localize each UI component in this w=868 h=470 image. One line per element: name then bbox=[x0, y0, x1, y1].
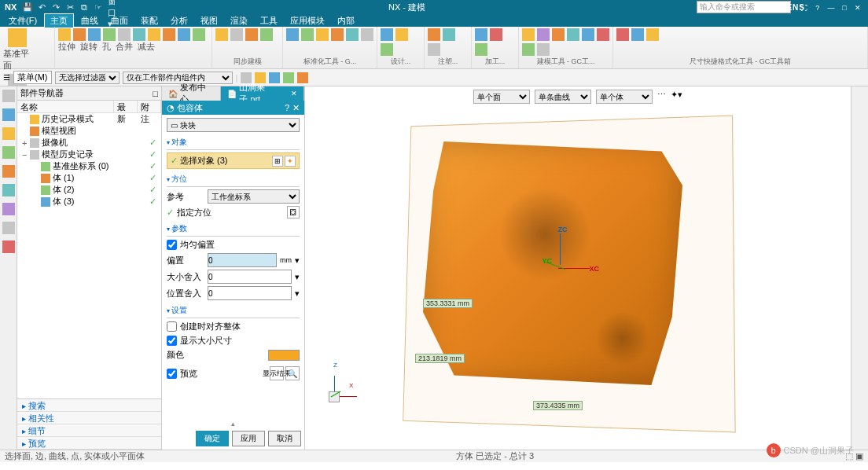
moveface-icon[interactable] bbox=[215, 28, 228, 41]
offset-input[interactable] bbox=[208, 253, 277, 267]
tab-publish[interactable]: 🏠 发布中心 bbox=[162, 86, 221, 101]
preview-check[interactable] bbox=[167, 369, 177, 379]
keep-check[interactable] bbox=[167, 321, 177, 332]
mt1-icon[interactable] bbox=[522, 28, 535, 41]
mfg3-icon[interactable] bbox=[475, 43, 487, 56]
more-icon[interactable]: ⋯ bbox=[657, 90, 666, 104]
col-latest[interactable]: 最新 bbox=[114, 101, 138, 112]
result-refresh-icon[interactable]: 🔍 bbox=[285, 366, 300, 380]
tab-close-icon[interactable]: ✕ bbox=[291, 90, 297, 97]
des1-icon[interactable] bbox=[381, 28, 393, 41]
mt4-icon[interactable] bbox=[567, 28, 579, 41]
color-swatch[interactable] bbox=[268, 350, 300, 361]
help-icon[interactable]: ? bbox=[812, 3, 823, 13]
dim-1[interactable]: 353.3331 mm bbox=[423, 299, 473, 308]
tree-row[interactable]: 体 (1)✓ bbox=[17, 172, 161, 184]
mold2-icon[interactable] bbox=[443, 28, 455, 41]
dim3-icon[interactable] bbox=[646, 28, 659, 41]
mfg2-icon[interactable] bbox=[490, 28, 502, 41]
tree-row[interactable]: 历史记录模式 bbox=[17, 113, 161, 125]
replaceface-icon[interactable] bbox=[230, 28, 243, 41]
mt3-icon[interactable] bbox=[552, 28, 565, 41]
nav-reuse-icon[interactable] bbox=[2, 146, 15, 159]
extrude-icon[interactable] bbox=[58, 28, 71, 41]
pos-input[interactable] bbox=[208, 286, 292, 300]
section-param[interactable]: 参数 bbox=[167, 222, 300, 237]
file-menu[interactable]: 文件(F) bbox=[3, 14, 42, 28]
sel-plus-icon[interactable]: ✦ bbox=[285, 156, 296, 167]
copy-icon[interactable]: ⧉ bbox=[79, 2, 89, 12]
des2-icon[interactable] bbox=[395, 28, 408, 41]
ref-select[interactable]: 工作坐标系 bbox=[208, 189, 300, 204]
chamfer-icon[interactable] bbox=[178, 28, 190, 41]
cut-icon[interactable]: ✂ bbox=[65, 2, 75, 12]
nav-browser-icon[interactable] bbox=[2, 184, 15, 196]
touch-icon[interactable]: ☞ bbox=[94, 2, 103, 12]
hole-icon[interactable] bbox=[88, 28, 101, 41]
std3-icon[interactable] bbox=[316, 28, 329, 41]
save-icon[interactable]: 💾 bbox=[23, 2, 32, 12]
std6-icon[interactable] bbox=[361, 28, 373, 41]
resizeface-icon[interactable] bbox=[260, 28, 273, 41]
mt2-icon[interactable] bbox=[537, 28, 550, 41]
shell-icon[interactable] bbox=[148, 28, 160, 41]
nav-sys-icon[interactable] bbox=[2, 241, 15, 253]
apply-button[interactable]: 应用 bbox=[232, 431, 265, 446]
dlg-close-icon[interactable]: ✕ bbox=[292, 103, 300, 113]
intersect-icon[interactable] bbox=[133, 28, 145, 41]
mold1-icon[interactable] bbox=[428, 28, 440, 41]
uniform-check[interactable] bbox=[167, 240, 177, 250]
close-icon[interactable]: ✕ bbox=[852, 3, 863, 13]
std4-icon[interactable] bbox=[331, 28, 344, 41]
mt8-icon[interactable] bbox=[537, 43, 550, 56]
dlg-reset-icon[interactable]: ? bbox=[285, 103, 289, 113]
acc-preview[interactable]: ▸ 预览 bbox=[17, 437, 161, 450]
nav-roles-icon[interactable] bbox=[2, 222, 15, 234]
window-icon[interactable]: ❐窗口▾ bbox=[108, 2, 117, 12]
nav-hd3d-icon[interactable] bbox=[2, 165, 15, 178]
curve-filter[interactable]: 单条曲线 bbox=[535, 90, 591, 104]
section-settings[interactable]: 设置 bbox=[167, 303, 300, 318]
menu-button[interactable]: 菜单(M) bbox=[13, 71, 52, 84]
tree-row[interactable]: 体 (2)✓ bbox=[17, 184, 161, 196]
tree-row[interactable]: 基准坐标系 (0)✓ bbox=[17, 160, 161, 172]
tab-app[interactable]: 应用模块 bbox=[285, 14, 330, 28]
section-object[interactable]: 对象 bbox=[167, 135, 300, 150]
tab-view[interactable]: 视图 bbox=[195, 14, 223, 28]
csys-icon[interactable]: ⛋ bbox=[287, 206, 300, 218]
std1-icon[interactable] bbox=[286, 28, 299, 41]
nav-pin-icon[interactable]: □ bbox=[153, 89, 158, 98]
cancel-button[interactable]: 取消 bbox=[268, 431, 301, 446]
des3-icon[interactable] bbox=[381, 43, 393, 56]
revolve-icon[interactable] bbox=[73, 28, 86, 41]
type-select[interactable]: ▭ 块块 bbox=[167, 118, 300, 132]
face-filter[interactable]: 单个面 bbox=[473, 90, 530, 104]
tree-row[interactable]: 体 (3)✓ bbox=[17, 196, 161, 207]
tab-tools[interactable]: 工具 bbox=[255, 14, 283, 28]
mt5-icon[interactable] bbox=[582, 28, 594, 41]
acc-detail[interactable]: ▸ 细节 bbox=[17, 424, 161, 437]
nav-history-icon[interactable] bbox=[2, 203, 15, 215]
tab-assembly[interactable]: 装配 bbox=[135, 14, 164, 28]
nav-assy-icon[interactable] bbox=[2, 108, 15, 121]
show-check[interactable] bbox=[167, 336, 177, 346]
draft-icon[interactable] bbox=[193, 28, 205, 41]
deleteface-icon[interactable] bbox=[245, 28, 258, 41]
datum-plane-button[interactable]: 基准平面 bbox=[3, 28, 31, 72]
dim-2[interactable]: 213.1819 mm bbox=[415, 354, 465, 363]
tree-row[interactable]: −模型历史记录✓ bbox=[17, 149, 161, 160]
mt6-icon[interactable] bbox=[597, 28, 609, 41]
filter1-select[interactable]: 无选择过滤器 bbox=[55, 72, 120, 84]
subtract-icon[interactable] bbox=[118, 28, 131, 41]
nav-parts-icon[interactable] bbox=[2, 90, 15, 102]
blend-icon[interactable] bbox=[163, 28, 175, 41]
undo-icon[interactable]: ↶ bbox=[37, 2, 46, 12]
view-triad[interactable]: Z X bbox=[329, 371, 360, 402]
mold3-icon[interactable] bbox=[428, 43, 440, 56]
redo-icon[interactable]: ↷ bbox=[51, 2, 61, 12]
std2-icon[interactable] bbox=[301, 28, 314, 41]
dim2-icon[interactable] bbox=[631, 28, 644, 41]
col-notes[interactable]: 附注 bbox=[138, 101, 161, 112]
acc-depend[interactable]: ▸ 相关性 bbox=[17, 412, 161, 424]
acc-search[interactable]: ▸ 搜索 bbox=[17, 399, 161, 412]
